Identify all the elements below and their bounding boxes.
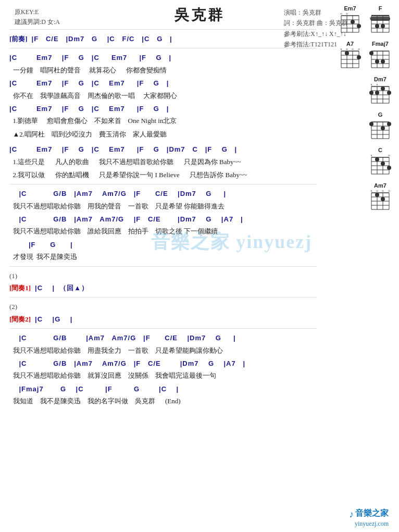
music-icon: ♪ xyxy=(349,509,354,519)
svg-text:x: x xyxy=(376,82,378,86)
svg-text:o: o xyxy=(346,11,348,16)
svg-point-108 xyxy=(375,193,379,197)
num-label-2: (2) xyxy=(9,301,317,313)
verse1-lyric-3: 1.劉德華 愈唱會愈傷心 不如來首 One Night in北京 xyxy=(9,115,317,127)
svg-text:o: o xyxy=(358,47,360,51)
chorus2-lyric-2: 我只不過想唱歌給你聽 就算沒回應 沒關係 我會唱完這最後一句 xyxy=(9,369,317,381)
svg-point-12 xyxy=(357,24,361,28)
svg-point-67 xyxy=(375,91,379,95)
interlude1-chords: |C | （回▲） xyxy=(32,284,89,292)
chorus2-chords-3: |Fmaj7 G |C |F G |C | xyxy=(9,383,317,395)
svg-point-11 xyxy=(351,20,355,24)
main-content: [前奏] |F C/E |Dm7 G |C F/C |C G | |C Em7 … xyxy=(9,29,317,407)
svg-point-94 xyxy=(387,166,391,170)
svg-text:x: x xyxy=(370,82,372,86)
svg-point-24 xyxy=(375,24,379,28)
chorus2-lyric-1: 我只不過想唱歌給你聽 用盡我全力 一首歌 只是希望能夠讓你動心 xyxy=(9,344,317,356)
verse1-chords-1: |C Em7 |F G |C Em7 |F G | xyxy=(9,52,317,64)
chorus2-chords-1: |C G/B |Am7 Am7/G |F C/E |Dm7 G | xyxy=(9,332,317,344)
svg-point-93 xyxy=(381,162,385,166)
chord-a7: A7 x o o o xyxy=(338,41,362,72)
svg-text:o: o xyxy=(352,47,354,51)
chord-g: G xyxy=(368,112,392,143)
verse1-lyric-1: 一分鐘 唱阿杜的聲音 就算花心 你都會變痴情 xyxy=(9,64,317,76)
interlude2-chords: |C |G | xyxy=(32,315,72,323)
verse2-chords-1: |C Em7 |F G |C Em7 |F G |Dm7 C |F G | xyxy=(9,143,317,155)
svg-rect-23 xyxy=(370,17,390,21)
prelude-section: [前奏] |F C/E |Dm7 G |C F/C |C G | xyxy=(9,33,317,45)
footer-logo: ♪ 音樂之家 xyxy=(349,508,389,520)
chorus1-lyric-2: 我只不過想唱歌給你聽 誰給我回應 拍拍手 切歌之後 下一個繼續 xyxy=(9,225,317,237)
svg-point-79 xyxy=(381,126,385,130)
chorus1-section: |C G/B |Am7 Am7/G |F C/E |Dm7 G | 我只不過想唱… xyxy=(9,188,317,263)
chorus2-section: |C G/B |Am7 Am7/G |F C/E |Dm7 G | 我只不過想唱… xyxy=(9,332,317,407)
svg-text:o: o xyxy=(376,189,378,193)
chord-dm7: Dm7 x x xyxy=(368,76,392,107)
svg-text:o: o xyxy=(388,153,390,157)
chord-f: F 1 xyxy=(368,5,392,36)
interlude2-label: [間奏2] xyxy=(9,315,31,323)
interlude2-section: (2) [間奏2] |C |G | xyxy=(9,301,317,325)
svg-point-52 xyxy=(375,59,379,64)
interlude1-section: (1) [間奏1] |C | （回▲） xyxy=(9,270,317,294)
verse2-section: |C Em7 |F G |C Em7 |F G |Dm7 C |F G | 1.… xyxy=(9,143,317,181)
chord-row-4: G xyxy=(326,112,394,143)
svg-text:x: x xyxy=(370,153,372,157)
key-info: 原KEY:E 建議男調:D 女:A xyxy=(15,7,60,27)
prelude-label: [前奏] xyxy=(9,35,28,43)
key-suggestion: 建議男調:D 女:A xyxy=(15,17,60,27)
chorus2-chords-2: |C G/B |Am7 Am7/G |F C/E |Dm7 G |A7 | xyxy=(9,357,317,369)
svg-point-65 xyxy=(381,86,385,91)
chorus1-lyric-3: 才發現 我不是陳奕迅 xyxy=(9,251,317,263)
prelude-chords: |F C/E |Dm7 G |C F/C |C G | xyxy=(29,35,172,43)
chord-row-3: Dm7 x x xyxy=(326,76,394,107)
key-original: 原KEY:E xyxy=(15,7,60,17)
num-label-1: (1) xyxy=(9,270,317,282)
chord-row-2: A7 x o o o xyxy=(326,41,394,72)
svg-text:o: o xyxy=(388,189,390,193)
svg-point-80 xyxy=(387,122,391,126)
svg-text:o: o xyxy=(382,189,384,193)
verse1-lyric-2: 你不在 我學誰飆高音 周杰倫的歌一唱 大家都開心 xyxy=(9,90,317,102)
svg-point-109 xyxy=(381,197,385,201)
chord-c: C x o xyxy=(368,147,392,178)
chord-row-1: Em7 o o xyxy=(326,5,394,36)
chord-row-6: Am7 x o o o xyxy=(326,182,394,214)
svg-point-40 xyxy=(357,55,361,59)
interlude1-label: [間奏1] xyxy=(9,284,31,292)
verse1-chords-2: |C Em7 |F G |C Em7 |F G | xyxy=(9,77,317,89)
footer: ♪ 音樂之家 yinyuezj.com xyxy=(349,508,389,528)
svg-point-51 xyxy=(369,51,373,55)
svg-point-78 xyxy=(369,122,373,126)
chord-em7: Em7 o o xyxy=(338,5,362,36)
svg-text:x: x xyxy=(370,189,372,193)
chord-row-5: C x o xyxy=(326,147,394,178)
verse1-section: |C Em7 |F G |C Em7 |F G | 一分鐘 唱阿杜的聲音 就算花… xyxy=(9,52,317,140)
verse1-chords-3: |C Em7 |F G |C Em7 |F G | xyxy=(9,103,317,115)
page-container: 原KEY:E 建議男調:D 女:A 吳克群 演唱：吳克群 詞：吳克群 曲：吳克群… xyxy=(0,0,399,431)
svg-text:x: x xyxy=(340,47,342,51)
svg-text:o: o xyxy=(346,47,348,51)
chorus1-lyric-1: 我只不過想唱歌給你聽 用我的聲音 一首歌 只是希望 你能聽得進去 xyxy=(9,200,317,212)
svg-point-68 xyxy=(387,91,391,95)
verse2-lyric-2: 2.我可以做 你的點唱機 只是希望你說一句 I Believe 只想告訴你 Ba… xyxy=(9,169,317,181)
verse1-lyric-4: ▲2.唱阿杜 唱到沙啞沒力 費玉清你 家人最愛聽 xyxy=(9,128,317,140)
site-url: yinyuezj.com xyxy=(349,520,389,528)
svg-point-92 xyxy=(375,157,379,162)
chord-am7: Am7 x o o o xyxy=(368,182,392,214)
chord-diagrams: Em7 o o xyxy=(326,5,394,218)
site-name: 音樂之家 xyxy=(355,509,389,517)
svg-point-53 xyxy=(381,59,385,64)
chorus1-chords-1: |C G/B |Am7 Am7/G |F C/E |Dm7 G | xyxy=(9,188,317,200)
chorus1-chords-2: |C G/B |Am7 Am7/G |F C/E |Dm7 G |A7 | xyxy=(9,213,317,225)
chord-fmaj7: Fmaj7 1 xyxy=(368,41,392,72)
svg-point-66 xyxy=(369,91,373,95)
verse2-lyric-1: 1.這些只是 凡人的歌曲 我只不過想唱首歌給你聽 只是因為你 Baby~~ xyxy=(9,156,317,168)
svg-point-39 xyxy=(345,51,349,55)
svg-text:o: o xyxy=(340,11,342,16)
chorus1-chords-3: |F G | xyxy=(9,239,317,251)
svg-point-25 xyxy=(381,24,385,28)
chorus2-lyric-3: 我知道 我不是陳奕迅 我的名字叫做 吳克群 (End) xyxy=(9,395,317,407)
